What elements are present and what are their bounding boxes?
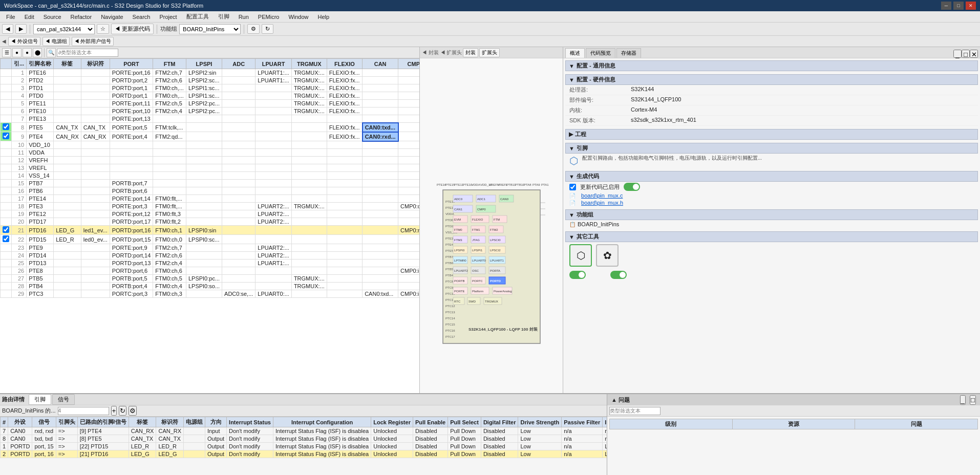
- table-row[interactable]: 7CAN0rxd, rxd=>[9] PTE4CAN_RXCAN_RXInput…: [1, 427, 607, 435]
- menu-item-pemicro[interactable]: PEMicro: [254, 13, 284, 21]
- col-id[interactable]: 标识符: [81, 59, 110, 69]
- row-check[interactable]: [1, 132, 12, 141]
- row-check[interactable]: [1, 275, 12, 283]
- table-row[interactable]: 23PTE9PORTE:port,9FTM2:ch,7LPUART2:...: [1, 244, 420, 252]
- table-row[interactable]: 16PTB6PORTB:port,6: [1, 187, 420, 195]
- table-row[interactable]: 26PTE8PORTD:port,6FTM0:ch,6CMP0:in,3: [1, 267, 420, 275]
- route-filter-input[interactable]: [58, 407, 109, 415]
- power-group-tab[interactable]: ◀ 电源组: [42, 37, 70, 46]
- star-btn[interactable]: ☆: [97, 24, 109, 34]
- menu-item-配置工具[interactable]: 配置工具: [182, 12, 213, 21]
- table-row[interactable]: 20PTD17PORTD:port,17FTM0:flt,2LPUART2:..…: [1, 218, 420, 226]
- col-trgmux[interactable]: TRGMUX: [291, 59, 327, 69]
- pin-toolbar-btn2[interactable]: ●: [12, 48, 22, 57]
- row-check[interactable]: [1, 164, 12, 172]
- tab-memory[interactable]: 存储器: [616, 48, 641, 58]
- right-panel-btn1[interactable]: _: [953, 50, 962, 58]
- table-row[interactable]: 2PORTDport, 16=>[21] PTD16LED_GLED_GOutp…: [1, 450, 607, 458]
- table-row[interactable]: 2PTD2PORTD:port,2FTM2:ch,6LPSPI2:sc...LP…: [1, 77, 420, 84]
- funcgroup-item[interactable]: 📋 BOARD_InitPins: [565, 220, 978, 228]
- chip-tab-package[interactable]: 封装: [463, 48, 478, 57]
- menu-item-window[interactable]: Window: [284, 13, 312, 21]
- issues-filter-input[interactable]: [609, 407, 661, 415]
- tool1-toggle[interactable]: [569, 271, 586, 279]
- table-row[interactable]: 18PTE3PORTE:port,3FTM0:flt,...LPUART2:..…: [1, 203, 420, 210]
- row-check[interactable]: [1, 244, 12, 252]
- refresh-btn[interactable]: ↻: [262, 24, 273, 34]
- col-port[interactable]: PORT: [110, 59, 153, 69]
- user-signal-tab[interactable]: ◀ 外部用户信号: [72, 37, 114, 46]
- row-check[interactable]: [1, 157, 12, 164]
- other-tools-title[interactable]: ▼ 其它工具: [565, 231, 978, 242]
- row-check[interactable]: [1, 203, 12, 210]
- col-adc[interactable]: ADC: [222, 59, 255, 69]
- row-check[interactable]: [1, 283, 12, 290]
- row-check[interactable]: [1, 210, 12, 218]
- pin-filter-input[interactable]: [57, 49, 118, 57]
- table-row[interactable]: 28PTB4PORTB:port,4FTM0:ch,4LPSPI0:so...T…: [1, 283, 420, 290]
- table-row[interactable]: 13VREFL: [1, 164, 420, 172]
- issues-btn1[interactable]: _: [960, 395, 966, 405]
- table-row[interactable]: 9PTE4CAN_RXCAN_RXPORTE:port,4FTM2:qd...F…: [1, 132, 420, 141]
- menu-item-navigate[interactable]: Navigate: [97, 13, 127, 21]
- table-row[interactable]: 10VDD_10Po...: [1, 141, 420, 149]
- codegen-toggle[interactable]: [624, 183, 640, 191]
- table-row[interactable]: 12VREFH: [1, 157, 420, 164]
- pin-toolbar-btn3[interactable]: ●: [23, 48, 32, 57]
- menu-item-search[interactable]: Search: [129, 13, 155, 21]
- table-row[interactable]: 17PTE14PORTE:port,14FTM0:flt,...: [1, 195, 420, 203]
- row-check[interactable]: [1, 195, 12, 203]
- table-row[interactable]: 7PTE13PORTE:port,13: [1, 115, 420, 123]
- col-can[interactable]: CAN: [363, 59, 398, 69]
- route-table-container[interactable]: # 外设 信号 引脚头 已路由的引脚/信号 标签 标识符 电源组 方向 Inte…: [0, 417, 607, 465]
- row-check[interactable]: [1, 123, 12, 132]
- table-row[interactable]: 1PORTDport, 15=>[22] PTD15LED_RLED_ROutp…: [1, 443, 607, 450]
- general-config-title[interactable]: ▼ 配置 - 通用信息: [565, 60, 978, 71]
- table-row[interactable]: 5PTE11PORTE:port,11FTM2:ch,5LPSPI2:pc...…: [1, 100, 420, 107]
- row-check[interactable]: [1, 235, 12, 244]
- pins-section-title[interactable]: ▼ 引脚: [565, 143, 978, 154]
- col-name[interactable]: 引脚名称: [27, 59, 54, 69]
- peripheral-signal-tab[interactable]: ◀ 外设信号: [8, 37, 40, 46]
- project-combo[interactable]: can_pal_s32k144: [33, 24, 95, 34]
- func-group-combo[interactable]: BOARD_InitPins: [179, 24, 241, 34]
- issues-btn2[interactable]: □: [970, 395, 976, 405]
- col-cmp[interactable]: CMP: [398, 59, 419, 69]
- row-check[interactable]: [1, 77, 12, 84]
- col-lpuart[interactable]: LPUART: [255, 59, 292, 69]
- col-ftm[interactable]: FTM: [153, 59, 186, 69]
- menu-item-project[interactable]: Project: [155, 13, 181, 21]
- row-check[interactable]: [1, 92, 12, 100]
- maximize-button[interactable]: □: [953, 2, 964, 10]
- table-row[interactable]: 29PTC3PORTC:port,3FTM0:ch,3ADC0:se,...LP…: [1, 290, 420, 298]
- row-check[interactable]: [1, 252, 12, 260]
- right-panel-btn2[interactable]: □: [962, 50, 970, 58]
- table-row[interactable]: 4PTD0PORTD:port,1FTM0:ch,...LPSPI1:sc...…: [1, 92, 420, 100]
- row-check[interactable]: [1, 267, 12, 275]
- table-row[interactable]: 22PTD15LED_Rled0_ev...PORTD:port,15FTM0:…: [1, 235, 420, 244]
- row-check[interactable]: [1, 180, 12, 187]
- close-button[interactable]: ✕: [966, 2, 976, 10]
- table-row[interactable]: 6PTE10PORTE:port,10FTM2:ch,4LPSPI2:pc...…: [1, 107, 420, 115]
- row-check[interactable]: [1, 141, 12, 149]
- table-row[interactable]: 15PTB7PORTB:port,7: [1, 180, 420, 187]
- row-check[interactable]: [1, 226, 12, 235]
- chip-tab-ext[interactable]: 扩展头: [479, 48, 500, 57]
- menu-item-run[interactable]: Run: [235, 13, 253, 21]
- table-row[interactable]: 24PTD14PORTD:port,14FTM2:ch,6LPUART2:...: [1, 252, 420, 260]
- row-check[interactable]: [1, 290, 12, 298]
- file2-link[interactable]: board\pin_mux.h: [577, 199, 627, 206]
- table-row[interactable]: 27PTB5PORTB:port,5FTM0:ch,5LPSPI0:pc...T…: [1, 275, 420, 283]
- row-check[interactable]: [1, 187, 12, 195]
- tool2-toggle[interactable]: [610, 271, 627, 279]
- row-check[interactable]: [1, 100, 12, 107]
- settings-btn[interactable]: ⚙: [247, 24, 260, 34]
- right-panel-btn3[interactable]: ✕: [970, 50, 978, 58]
- forward-btn[interactable]: ▶: [15, 24, 27, 34]
- route-add-btn[interactable]: +: [111, 406, 117, 416]
- tool1-icon[interactable]: ⬡: [569, 244, 592, 267]
- route-settings-btn[interactable]: ⚙: [129, 406, 137, 416]
- col-lpspi[interactable]: LPSPI: [186, 59, 222, 69]
- col-flexio[interactable]: FLEXIO: [327, 59, 362, 69]
- menu-item-引脚[interactable]: 引脚: [214, 12, 233, 21]
